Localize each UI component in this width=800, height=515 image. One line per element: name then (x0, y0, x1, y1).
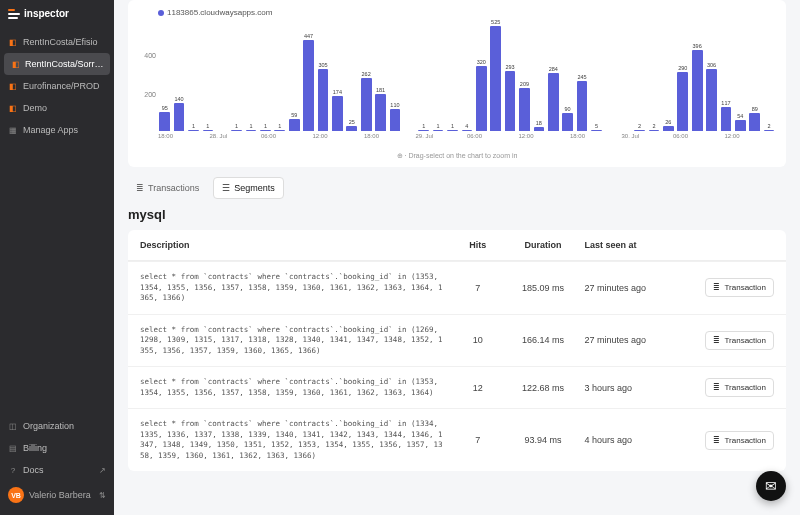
sidebar-billing[interactable]: ▤Billing (0, 437, 114, 459)
sidebar-organization[interactable]: ◫Organization (0, 415, 114, 437)
bar[interactable]: 245 (575, 19, 588, 131)
sidebar-docs[interactable]: ?Docs↗ (0, 459, 114, 481)
cell-last-seen: 3 hours ago (584, 383, 670, 393)
tab-transactions[interactable]: ≣Transactions (128, 177, 207, 199)
bar[interactable]: 1 (273, 19, 286, 131)
list-icon: ≣ (136, 183, 144, 193)
apps-nav: ◧RentInCosta/Efisio ◧RentInCosta/Sorr… ◧… (0, 27, 114, 145)
bar-value: 54 (737, 113, 743, 119)
bar[interactable]: 525 (489, 19, 502, 131)
bar[interactable]: 1 (417, 19, 430, 131)
bar[interactable]: 4 (460, 19, 473, 131)
sidebar: inspector ◧RentInCosta/Efisio ◧RentInCos… (0, 0, 114, 515)
bar-value: 1 (235, 123, 238, 129)
sidebar-app-2[interactable]: ◧Eurofinance/PROD (0, 75, 114, 97)
chat-fab[interactable]: ✉ (756, 471, 786, 501)
bar-value: 4 (465, 123, 468, 129)
grid-icon: ▦ (8, 125, 18, 135)
bar[interactable] (604, 19, 617, 131)
bar[interactable]: 117 (719, 19, 732, 131)
transaction-icon: ≣ (713, 383, 720, 392)
bar[interactable]: 1 (201, 19, 214, 131)
bar[interactable]: 1 (259, 19, 272, 131)
table-row: select * from `contracts` where `contrac… (128, 366, 786, 408)
bar-value: 1 (422, 123, 425, 129)
bar[interactable]: 1 (244, 19, 257, 131)
transaction-button[interactable]: ≣Transaction (705, 278, 774, 297)
chat-icon: ✉ (765, 478, 777, 494)
chart-hint: ⊕ · Drag-select on the chart to zoom in (138, 149, 776, 163)
bar-value: 209 (520, 81, 529, 87)
bar[interactable]: 5 (590, 19, 603, 131)
bar[interactable]: 26 (662, 19, 675, 131)
bar[interactable]: 110 (388, 19, 401, 131)
chart-icon: ◫ (8, 421, 18, 431)
cell-last-seen: 4 hours ago (584, 435, 670, 445)
bar[interactable]: 209 (518, 19, 531, 131)
bar[interactable]: 305 (316, 19, 329, 131)
cell-duration: 185.09 ms (510, 283, 577, 293)
segments-icon: ☰ (222, 183, 230, 193)
brand[interactable]: inspector (0, 0, 114, 27)
bar-value: 90 (565, 106, 571, 112)
bar[interactable]: 1 (230, 19, 243, 131)
bar-value: 1 (278, 123, 281, 129)
sidebar-app-3[interactable]: ◧Demo (0, 97, 114, 119)
transaction-button[interactable]: ≣Transaction (705, 378, 774, 397)
y-axis: 400200 (138, 19, 156, 131)
bar-value: 320 (477, 59, 486, 65)
bar-value: 396 (693, 43, 702, 49)
bar[interactable]: 89 (748, 19, 761, 131)
avatar: VB (8, 487, 24, 503)
bar[interactable]: 447 (302, 19, 315, 131)
transaction-button[interactable]: ≣Transaction (705, 431, 774, 450)
bar[interactable]: 306 (705, 19, 718, 131)
bar[interactable]: 396 (690, 19, 703, 131)
sidebar-app-1[interactable]: ◧RentInCosta/Sorr… (4, 53, 110, 75)
bar[interactable]: 95 (158, 19, 171, 131)
brand-icon (8, 9, 20, 19)
bar[interactable]: 284 (547, 19, 560, 131)
bar[interactable]: 290 (676, 19, 689, 131)
bar[interactable]: 262 (359, 19, 372, 131)
bar[interactable]: 293 (503, 19, 516, 131)
table-row: select * from `contracts` where `contrac… (128, 408, 786, 471)
bar[interactable]: 1 (446, 19, 459, 131)
docs-icon: ? (8, 465, 18, 475)
bar[interactable] (403, 19, 416, 131)
bar[interactable]: 2 (633, 19, 646, 131)
bar[interactable]: 2 (647, 19, 660, 131)
bar[interactable]: 18 (532, 19, 545, 131)
chart-bars: 9514011111159447305174252621811101114320… (158, 19, 776, 131)
chart-area[interactable]: 400200 951401111115944730517425262181110… (138, 19, 776, 149)
tabs: ≣Transactions ☰Segments (128, 177, 786, 199)
chart-legend[interactable]: 1183865.cloudwaysapps.com (138, 8, 776, 17)
bar[interactable]: 1 (187, 19, 200, 131)
chart-card: 1183865.cloudwaysapps.com 400200 9514011… (128, 0, 786, 167)
bar[interactable]: 2 (762, 19, 775, 131)
bar[interactable]: 1 (431, 19, 444, 131)
bar[interactable]: 59 (288, 19, 301, 131)
bar[interactable] (216, 19, 229, 131)
bar[interactable]: 54 (734, 19, 747, 131)
bar[interactable]: 320 (475, 19, 488, 131)
transaction-icon: ≣ (713, 436, 720, 445)
bar-value: 89 (752, 106, 758, 112)
table-row: select * from `contracts` where `contrac… (128, 261, 786, 314)
sidebar-app-0[interactable]: ◧RentInCosta/Efisio (0, 31, 114, 53)
bar[interactable] (619, 19, 632, 131)
transaction-button[interactable]: ≣Transaction (705, 331, 774, 350)
tab-segments[interactable]: ☰Segments (213, 177, 284, 199)
bar[interactable]: 25 (345, 19, 358, 131)
bar[interactable]: 140 (172, 19, 185, 131)
sidebar-manage-apps[interactable]: ▦Manage Apps (0, 119, 114, 141)
bar-value: 26 (665, 119, 671, 125)
sidebar-user[interactable]: VB Valerio Barbera ⇅ (0, 481, 114, 509)
bar[interactable]: 90 (561, 19, 574, 131)
bar[interactable]: 174 (331, 19, 344, 131)
bar[interactable]: 181 (374, 19, 387, 131)
bar-value: 290 (678, 65, 687, 71)
bar-value: 447 (304, 33, 313, 39)
x-axis: 18:0028. Jul06:0012:0018:0029. Jul06:001… (158, 133, 776, 149)
bar-value: 1 (206, 123, 209, 129)
